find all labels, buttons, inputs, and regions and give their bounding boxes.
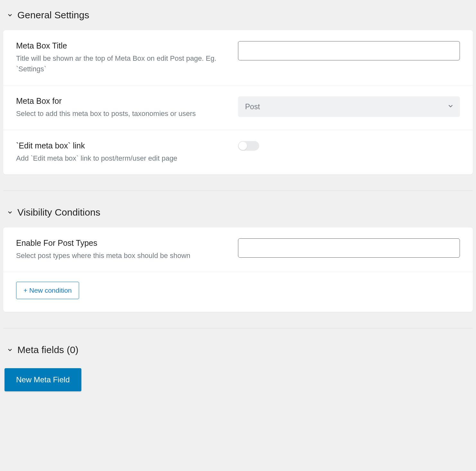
chevron-down-icon (6, 12, 14, 19)
meta-box-for-select-wrap: Post (238, 96, 460, 117)
select-value: Post (245, 102, 260, 111)
row-left: Meta Box Title Title will be shown ar th… (16, 41, 238, 74)
row-left: Enable For Post Types Select post types … (16, 238, 238, 261)
row-meta-box-for: Meta Box for Select to add this meta box… (3, 85, 473, 130)
divider (3, 328, 473, 328)
meta-fields-actions: New Meta Field (3, 368, 473, 391)
row-enable-for-post-types: Enable For Post Types Select post types … (3, 227, 473, 272)
enable-for-post-types-input[interactable] (238, 238, 460, 258)
chevron-down-icon (6, 346, 14, 353)
section-title: Visibility Conditions (17, 207, 100, 218)
field-label: Meta Box Title (16, 41, 225, 50)
new-condition-button[interactable]: + New condition (16, 282, 79, 299)
chevron-down-icon (6, 209, 14, 216)
section-title: Meta fields (0) (17, 344, 78, 355)
field-desc: Select to add this meta box to posts, ta… (16, 108, 225, 119)
section-header-visibility[interactable]: Visibility Conditions (3, 200, 473, 227)
row-meta-box-title: Meta Box Title Title will be shown ar th… (3, 30, 473, 85)
field-label: Meta Box for (16, 96, 225, 106)
row-right: Post (238, 96, 460, 117)
field-label: `Edit meta box` link (16, 141, 225, 150)
row-edit-meta-box-link: `Edit meta box` link Add `Edit meta box`… (3, 130, 473, 174)
section-visibility-conditions: Visibility Conditions Enable For Post Ty… (3, 200, 473, 312)
row-left: Meta Box for Select to add this meta box… (16, 96, 238, 119)
row-left: `Edit meta box` link Add `Edit meta box`… (16, 141, 238, 164)
visibility-panel: Enable For Post Types Select post types … (3, 227, 473, 312)
new-condition-row: + New condition (3, 272, 473, 312)
new-meta-field-button[interactable]: New Meta Field (5, 368, 81, 391)
field-desc: Title will be shown ar the top of Meta B… (16, 53, 225, 74)
row-right (238, 141, 460, 151)
field-desc: Select post types where this meta box sh… (16, 250, 225, 261)
section-general-settings: General Settings Meta Box Title Title wi… (3, 3, 473, 174)
section-title: General Settings (17, 10, 89, 21)
row-right (238, 238, 460, 258)
field-label: Enable For Post Types (16, 238, 225, 248)
divider (3, 191, 473, 191)
meta-box-for-select[interactable]: Post (238, 96, 460, 117)
section-header-meta-fields[interactable]: Meta fields (0) (3, 338, 473, 365)
field-desc: Add `Edit meta box` link to post/term/us… (16, 153, 225, 164)
section-header-general[interactable]: General Settings (3, 3, 473, 30)
toggle-knob (239, 142, 247, 150)
general-panel: Meta Box Title Title will be shown ar th… (3, 30, 473, 174)
meta-box-title-input[interactable] (238, 41, 460, 60)
section-meta-fields: Meta fields (0) New Meta Field (3, 338, 473, 391)
row-right (238, 41, 460, 60)
edit-meta-box-link-toggle[interactable] (238, 141, 259, 151)
